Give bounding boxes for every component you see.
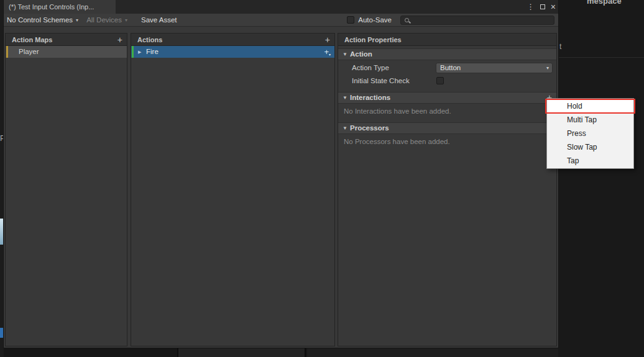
add-action-map-button[interactable]: + [117, 34, 122, 46]
foldout-open-icon: ▼ [343, 123, 347, 133]
background-text-fragment: mespace [587, 0, 622, 6]
list-item-fire[interactable]: ▶ Fire +▾ [131, 46, 334, 58]
chevron-down-icon: ▾ [546, 63, 549, 73]
input-actions-window: (*) Test Input Controls (Inp... ⋮ × No C… [4, 0, 558, 348]
initial-state-label: Initial State Check [352, 75, 410, 87]
menu-item-multi-tap[interactable]: Multi Tap [547, 113, 633, 127]
section-action[interactable]: ▼ Action [338, 48, 556, 60]
background-panel-fragment [177, 348, 306, 357]
background-right-area: mespace t [558, 0, 644, 357]
background-text-fragment: t [559, 42, 561, 51]
background-divider [558, 57, 644, 58]
section-interactions[interactable]: ▼ Interactions + [338, 92, 556, 104]
save-asset-button[interactable]: Save Asset [141, 16, 177, 24]
menu-item-press[interactable]: Press [547, 127, 633, 140]
background-bottom-area [0, 348, 558, 357]
chevron-down-icon: ▾ [329, 53, 331, 56]
section-processors-title: Processors [350, 124, 389, 132]
chevron-down-icon: ▾ [125, 17, 127, 23]
devices-dropdown[interactable]: All Devices ▾ [86, 16, 127, 24]
menu-item-slow-tap[interactable]: Slow Tap [547, 140, 633, 154]
processors-empty-text: No Processors have been added. [344, 136, 450, 148]
window-tab-bar: (*) Test Input Controls (Inp... ⋮ × [4, 0, 558, 14]
action-type-row: Action Type Button ▾ [338, 62, 556, 74]
foldout-open-icon: ▼ [343, 93, 347, 103]
add-binding-button[interactable]: +▾ [324, 46, 331, 60]
section-processors[interactable]: ▼ Processors + [338, 122, 556, 134]
initial-state-row: Initial State Check [338, 75, 556, 87]
action-type-label: Action Type [352, 62, 389, 74]
action-maps-header: Action Maps + [6, 34, 127, 46]
section-action-title: Action [350, 50, 372, 58]
action-label: Fire [146, 48, 159, 55]
action-maps-panel: Action Maps + Player [5, 33, 127, 346]
interactions-empty-text: No Interactions have been added. [344, 106, 451, 117]
action-map-color-bar [6, 46, 8, 58]
actions-header: Actions + [131, 34, 334, 46]
initial-state-checkbox[interactable] [436, 77, 444, 84]
action-properties-panel: Action Properties ▼ Action Action Type B… [338, 33, 557, 346]
foldout-open-icon: ▼ [343, 49, 347, 60]
section-interactions-title: Interactions [350, 94, 390, 101]
action-map-label: Player [19, 48, 39, 55]
action-properties-header: Action Properties [338, 34, 556, 46]
close-icon[interactable]: × [551, 2, 556, 11]
maximize-icon[interactable] [540, 4, 545, 9]
auto-save-checkbox[interactable] [347, 16, 354, 24]
devices-label: All Devices [86, 16, 122, 24]
search-input[interactable] [409, 16, 554, 24]
control-schemes-dropdown[interactable]: No Control Schemes ▾ [7, 16, 78, 24]
action-maps-title: Action Maps [12, 36, 52, 43]
action-color-bar [132, 46, 134, 58]
auto-save-label: Auto-Save [358, 16, 392, 24]
chevron-down-icon: ▾ [76, 17, 78, 23]
search-field[interactable] [400, 16, 554, 25]
add-action-button[interactable]: + [325, 34, 330, 46]
menu-item-tap[interactable]: Tap [547, 154, 633, 168]
list-item-player[interactable]: Player [6, 46, 127, 58]
foldout-closed-icon[interactable]: ▶ [138, 46, 141, 58]
tab-test-input-controls[interactable]: (*) Test Input Controls (Inp... [4, 0, 116, 14]
kebab-menu-icon[interactable]: ⋮ [527, 2, 535, 11]
toolbar: No Control Schemes ▾ All Devices ▾ Save … [4, 14, 558, 27]
action-type-dropdown[interactable]: Button ▾ [436, 63, 553, 73]
menu-item-hold[interactable]: Hold [547, 99, 633, 113]
actions-panel: Actions + ▶ Fire +▾ [131, 33, 335, 346]
screenshot-stage: mespace t P (*) Test Input Controls (Inp… [0, 0, 644, 357]
search-icon [405, 18, 409, 22]
interactions-context-menu: Hold Multi Tap Press Slow Tap Tap [546, 98, 634, 169]
actions-title: Actions [137, 36, 162, 43]
action-type-value: Button [440, 64, 461, 71]
window-controls: ⋮ × [527, 0, 556, 14]
background-panel-fragment [307, 348, 558, 357]
tab-title: (*) Test Input Controls (Inp... [9, 3, 94, 11]
action-properties-title: Action Properties [344, 36, 402, 43]
control-schemes-label: No Control Schemes [7, 16, 73, 24]
